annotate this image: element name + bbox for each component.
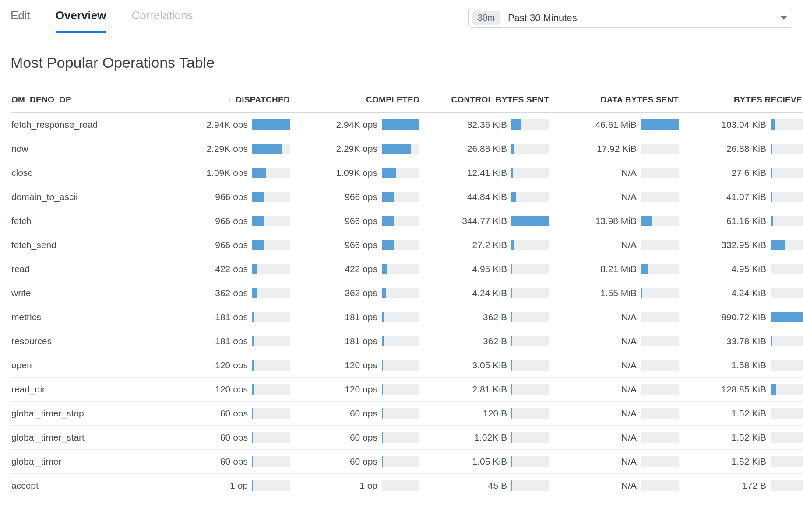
metric-value: 120 ops — [297, 384, 377, 395]
table-row[interactable]: close1.09K ops1.09K ops12.41 KiBN/A27.6 … — [11, 161, 803, 185]
bar-chart — [252, 480, 290, 491]
metric-cell-control: 12.41 KiB — [423, 161, 553, 185]
table-row[interactable]: global_timer_stop60 ops60 ops120 BN/A1.5… — [11, 402, 803, 426]
metric-cell-dispatched: 1.09K ops — [164, 161, 293, 185]
table-row[interactable]: write362 ops362 ops4.24 KiB1.55 MiB4.24 … — [11, 281, 803, 305]
bar-fill — [641, 264, 648, 274]
metric-cell-completed: 966 ops — [293, 185, 423, 209]
table-row[interactable]: read_dir120 ops120 ops2.81 KiBN/A128.85 … — [11, 378, 803, 402]
col-header-completed[interactable]: COMPLETED — [293, 90, 423, 113]
metric-cell-dispatched: 966 ops — [164, 233, 293, 257]
bar-chart — [641, 119, 679, 130]
bar-fill — [252, 312, 254, 322]
bar-chart — [641, 240, 679, 250]
metric-value: 2.81 KiB — [426, 384, 507, 395]
bar-chart — [511, 216, 549, 226]
metric-cell-completed: 60 ops — [293, 426, 423, 450]
metric-value: 1.09K ops — [297, 168, 377, 178]
bar-fill — [252, 288, 257, 298]
bar-fill — [511, 168, 513, 178]
table-row[interactable]: accept1 op1 op45 BN/A172 B — [11, 474, 803, 498]
metric-cell-control: 1.05 KiB — [423, 450, 553, 474]
metric-value: 33.78 KiB — [686, 336, 766, 346]
metric-value: N/A — [556, 408, 637, 419]
sort-arrow-icon: ↓ — [227, 96, 231, 104]
metric-value: 332.95 KiB — [686, 240, 766, 250]
col-header-control-bytes-sent[interactable]: CONTROL BYTES SENT — [423, 90, 553, 113]
table-row[interactable]: now2.29K ops2.29K ops26.88 KiB17.92 KiB2… — [11, 137, 803, 161]
table-row[interactable]: resources181 ops181 ops362 BN/A33.78 KiB — [11, 329, 803, 354]
metric-cell-recv: 4.24 KiB — [682, 281, 803, 305]
metric-cell-data: N/A — [553, 354, 682, 378]
bar-fill — [771, 192, 772, 202]
metric-value: 1.52 KiB — [686, 456, 766, 467]
bar-chart — [382, 408, 419, 419]
table-row[interactable]: global_timer_start60 ops60 ops1.02K BN/A… — [11, 426, 803, 450]
op-name-cell: close — [11, 161, 164, 185]
col-header-name[interactable]: OM_DENO_OP — [11, 90, 164, 113]
bar-chart — [511, 384, 549, 395]
metric-cell-dispatched: 60 ops — [164, 426, 293, 450]
metric-value: 362 ops — [167, 288, 248, 298]
bar-chart — [771, 216, 803, 226]
metric-cell-dispatched: 60 ops — [164, 450, 293, 474]
bar-fill — [382, 240, 394, 250]
bar-fill — [252, 480, 253, 491]
metric-cell-dispatched: 1 op — [164, 474, 293, 498]
bar-fill — [511, 432, 512, 443]
table-row[interactable]: global_timer60 ops60 ops1.05 KiBN/A1.52 … — [11, 450, 803, 474]
table-row[interactable]: open120 ops120 ops3.05 KiBN/A1.58 KiB — [11, 354, 803, 378]
table-row[interactable]: fetch_response_read2.94K ops2.94K ops82.… — [11, 113, 803, 137]
bar-fill — [511, 480, 512, 491]
topbar: Edit Overview Correlations 30m Past 30 M… — [0, 0, 803, 34]
metric-cell-data: N/A — [553, 161, 682, 185]
time-range-picker[interactable]: 30m Past 30 Minutes — [468, 8, 792, 28]
bar-chart — [771, 432, 803, 443]
bar-chart — [252, 312, 290, 322]
metric-cell-recv: 1.52 KiB — [682, 426, 803, 450]
bar-fill — [771, 432, 771, 443]
metric-cell-recv: 128.85 KiB — [682, 378, 803, 402]
bar-chart — [641, 384, 679, 395]
col-header-bytes-received[interactable]: BYTES RECIEVED — [682, 90, 803, 113]
col-header-data-bytes-sent[interactable]: DATA BYTES SENT — [553, 90, 682, 113]
tab-correlations[interactable]: Correlations — [131, 9, 193, 33]
table-row[interactable]: fetch966 ops966 ops344.77 KiB13.98 MiB61… — [11, 209, 803, 233]
table-row[interactable]: metrics181 ops181 ops362 BN/A890.72 KiB — [11, 305, 803, 329]
bar-chart — [511, 432, 549, 443]
bar-fill — [511, 192, 516, 202]
bar-chart — [252, 288, 290, 298]
page-title: Most Popular Operations Table — [11, 54, 792, 71]
table-row[interactable]: domain_to_ascii966 ops966 ops44.84 KiBN/… — [11, 185, 803, 209]
metric-cell-control: 2.81 KiB — [423, 378, 553, 402]
table-row[interactable]: fetch_send966 ops966 ops27.2 KiBN/A332.9… — [11, 233, 803, 257]
metric-cell-control: 362 B — [423, 329, 553, 354]
bar-fill — [252, 168, 266, 178]
bar-chart — [511, 360, 549, 371]
bar-chart — [771, 384, 803, 395]
bar-chart — [511, 288, 549, 298]
table-row[interactable]: read422 ops422 ops4.95 KiB8.21 MiB4.95 K… — [11, 257, 803, 281]
metric-cell-data: 8.21 MiB — [553, 257, 682, 281]
metric-value: 181 ops — [297, 312, 377, 322]
metric-value: 422 ops — [297, 264, 377, 274]
bar-fill — [252, 144, 282, 154]
tab-edit[interactable]: Edit — [11, 9, 30, 33]
metric-value: 41.07 KiB — [686, 192, 766, 202]
bar-fill — [252, 192, 264, 202]
metric-cell-recv: 61.16 KiB — [682, 209, 803, 233]
bar-chart — [252, 192, 290, 202]
tab-overview[interactable]: Overview — [56, 9, 106, 33]
bar-fill — [511, 384, 512, 395]
bar-fill — [382, 192, 394, 202]
bar-chart — [252, 144, 290, 154]
metric-value: 61.16 KiB — [686, 216, 766, 226]
metric-cell-completed: 181 ops — [293, 329, 423, 354]
bar-fill — [252, 216, 264, 226]
metric-value: 1.52 KiB — [686, 432, 766, 443]
bar-chart — [641, 432, 679, 443]
bar-fill — [511, 408, 512, 419]
op-name-cell: fetch_response_read — [11, 113, 164, 137]
col-header-dispatched[interactable]: ↓DISPATCHED — [164, 90, 293, 113]
bar-fill — [771, 336, 772, 346]
